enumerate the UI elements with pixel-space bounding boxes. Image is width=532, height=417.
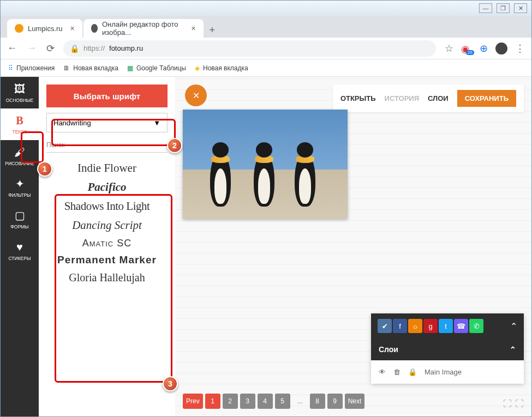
chevron-up-icon: ⌃ bbox=[510, 345, 516, 354]
filter-icon: ✦ bbox=[15, 177, 25, 190]
window-close[interactable]: ✕ bbox=[514, 3, 527, 13]
window-maximize[interactable]: ❐ bbox=[497, 3, 510, 13]
browser-tabs: Lumpics.ru × Онлайн редактор фото изобра… bbox=[1, 16, 531, 38]
share-viber-icon[interactable]: ☎ bbox=[454, 319, 468, 333]
tab-lumpics[interactable]: Lumpics.ru × bbox=[7, 19, 82, 38]
visibility-icon[interactable]: 👁 bbox=[379, 368, 386, 376]
close-panel-button[interactable]: ✕ bbox=[185, 84, 207, 106]
extension-badge: 25 bbox=[466, 50, 474, 55]
tab-title: Lumpics.ru bbox=[28, 25, 63, 33]
window-minimize[interactable]: — bbox=[479, 3, 492, 13]
font-item-pacifico[interactable]: Pacifico bbox=[46, 179, 168, 195]
layer-row[interactable]: 👁 🗑 🔒 Main Image bbox=[371, 360, 524, 384]
window-controls: — ❐ ✕ bbox=[1, 1, 531, 16]
share-row: ✔ f ☼ g t ☎ ✆ ⌃ bbox=[371, 313, 524, 339]
canvas-image[interactable] bbox=[183, 110, 348, 219]
page-2[interactable]: 2 bbox=[223, 394, 238, 409]
tab-favicon bbox=[15, 24, 23, 33]
nav-reload[interactable]: ⟳ bbox=[46, 43, 55, 55]
url-prefix: https:// bbox=[83, 44, 105, 52]
share-wa-icon[interactable]: ✆ bbox=[469, 319, 483, 333]
page-ellipsis: ... bbox=[292, 394, 308, 409]
chevron-down-icon: ▼ bbox=[153, 119, 160, 127]
shapes-icon: ▢ bbox=[15, 209, 25, 222]
new-tab-button[interactable]: + bbox=[205, 22, 220, 38]
nav-filters[interactable]: ✦ФИЛЬТРЫ bbox=[1, 172, 39, 203]
page-prev[interactable]: Prev bbox=[183, 394, 203, 409]
bookmark-sheets[interactable]: ▦Google Таблицы bbox=[127, 64, 186, 72]
chevron-up-icon[interactable]: ⌃ bbox=[510, 321, 517, 331]
font-item-dancing[interactable]: Dancing Script bbox=[46, 217, 168, 233]
annotation-1: 1 bbox=[37, 161, 52, 177]
zoom-fit-icon[interactable]: ⛶ bbox=[503, 399, 512, 409]
font-item-amatic[interactable]: Amatic SC bbox=[46, 237, 168, 250]
delete-icon[interactable]: 🗑 bbox=[393, 368, 401, 376]
save-button[interactable]: СОХРАНИТЬ bbox=[457, 90, 516, 107]
font-panel: Выбрать шрифт Handwriting ▼ Поиск Indie … bbox=[39, 77, 175, 416]
layers-panel: ✔ f ☼ g t ☎ ✆ ⌃ Слои ⌃ 👁 🗑 🔒 bbox=[371, 313, 524, 384]
nav-back[interactable]: ← bbox=[7, 43, 17, 55]
extension-icon[interactable]: ◉ 25 bbox=[461, 43, 472, 54]
choose-font-button[interactable]: Выбрать шрифт bbox=[46, 84, 168, 107]
page-9[interactable]: 9 bbox=[327, 394, 343, 409]
page-4[interactable]: 4 bbox=[258, 394, 273, 409]
page-3[interactable]: 3 bbox=[240, 394, 255, 409]
pagination: Prev 1 2 3 4 5 ... 8 9 Next bbox=[183, 394, 364, 409]
font-item-indie-flower[interactable]: Indie Flower bbox=[46, 160, 168, 176]
canvas-area[interactable]: ✕ ОТКРЫТЬ ИСТОРИЯ СЛОИ СОХРАНИТЬ ✔ f ☼ g… bbox=[175, 77, 531, 416]
top-toolbar: ОТКРЫТЬ ИСТОРИЯ СЛОИ СОХРАНИТЬ bbox=[333, 84, 524, 112]
tab-fotoump[interactable]: Онлайн редактор фото изобра... × bbox=[83, 19, 204, 38]
nav-shapes[interactable]: ▢ФОРМЫ bbox=[1, 203, 39, 235]
lock-icon[interactable]: 🔒 bbox=[408, 368, 417, 376]
tab-title: Онлайн редактор фото изобра... bbox=[102, 20, 184, 37]
bookmark-apps[interactable]: ⠿Приложения bbox=[8, 64, 55, 72]
font-search-input[interactable]: Поиск bbox=[46, 138, 168, 153]
zoom-controls: ⛶ ⛶ bbox=[503, 399, 524, 409]
image-icon: 🖼 bbox=[14, 83, 25, 95]
avatar-icon[interactable] bbox=[495, 43, 507, 55]
url-field[interactable]: 🔒 https://fotoump.ru bbox=[63, 40, 436, 57]
font-item-gloria[interactable]: Gloria Hallelujah bbox=[46, 270, 168, 285]
bookmark-bar: ⠿Приложения 🗎Новая вкладка ▦Google Табли… bbox=[1, 59, 531, 77]
layers-button[interactable]: СЛОИ bbox=[428, 94, 449, 102]
bookmark-newtab2[interactable]: ◈Новая вкладка bbox=[195, 64, 248, 72]
page-next[interactable]: Next bbox=[345, 394, 365, 409]
address-bar: ← → ⟳ 🔒 https://fotoump.ru ☆ ◉ 25 ⊕ ⋮ bbox=[1, 38, 531, 59]
font-category-dropdown[interactable]: Handwriting ▼ bbox=[46, 113, 168, 132]
share-fb-icon[interactable]: f bbox=[393, 319, 407, 333]
nav-drawing[interactable]: 🖌РИСОВАНИЕ bbox=[1, 140, 39, 172]
history-button[interactable]: ИСТОРИЯ bbox=[385, 94, 420, 102]
nav-stickers[interactable]: ♥СТИКЕРЫ bbox=[1, 235, 39, 267]
page-8[interactable]: 8 bbox=[310, 394, 325, 409]
nav-text[interactable]: BТЕКСТ bbox=[1, 108, 39, 140]
share-ok-icon[interactable]: ☼ bbox=[408, 319, 422, 333]
star-icon[interactable]: ☆ bbox=[445, 43, 453, 55]
font-list: Indie Flower Pacifico Shadows Into Light… bbox=[46, 160, 168, 285]
layers-header[interactable]: Слои ⌃ bbox=[371, 339, 524, 360]
font-item-permanent[interactable]: Permanent Marker bbox=[46, 253, 168, 267]
left-nav: 🖼ОСНОВНЫЕ BТЕКСТ 🖌РИСОВАНИЕ ✦ФИЛЬТРЫ ▢ФО… bbox=[1, 77, 39, 416]
nav-basic[interactable]: 🖼ОСНОВНЫЕ bbox=[1, 77, 39, 108]
nav-forward[interactable]: → bbox=[27, 43, 37, 55]
penguin-graphic bbox=[210, 152, 231, 207]
page-5[interactable]: 5 bbox=[275, 394, 290, 409]
lock-icon: 🔒 bbox=[70, 44, 79, 53]
globe-icon[interactable]: ⊕ bbox=[480, 43, 488, 55]
layer-name: Main Image bbox=[425, 368, 462, 376]
bookmark-newtab1[interactable]: 🗎Новая вкладка bbox=[63, 64, 118, 72]
penguin-graphic bbox=[254, 152, 274, 207]
share-gplus-icon[interactable]: g bbox=[423, 319, 438, 333]
page-1[interactable]: 1 bbox=[205, 394, 220, 409]
share-tw-icon[interactable]: t bbox=[439, 319, 453, 333]
penguin-graphic bbox=[295, 152, 315, 207]
open-button[interactable]: ОТКРЫТЬ bbox=[340, 94, 376, 102]
heart-icon: ♥ bbox=[16, 241, 23, 253]
share-vk-icon[interactable]: ✔ bbox=[378, 319, 392, 333]
zoom-full-icon[interactable]: ⛶ bbox=[515, 399, 524, 409]
tab-close[interactable]: × bbox=[70, 24, 75, 33]
font-item-shadows[interactable]: Shadows Into Light bbox=[46, 198, 168, 214]
menu-icon[interactable]: ⋮ bbox=[515, 43, 525, 55]
brush-icon: 🖌 bbox=[14, 146, 25, 159]
annotation-2: 2 bbox=[167, 138, 182, 153]
tab-close[interactable]: × bbox=[192, 24, 196, 33]
